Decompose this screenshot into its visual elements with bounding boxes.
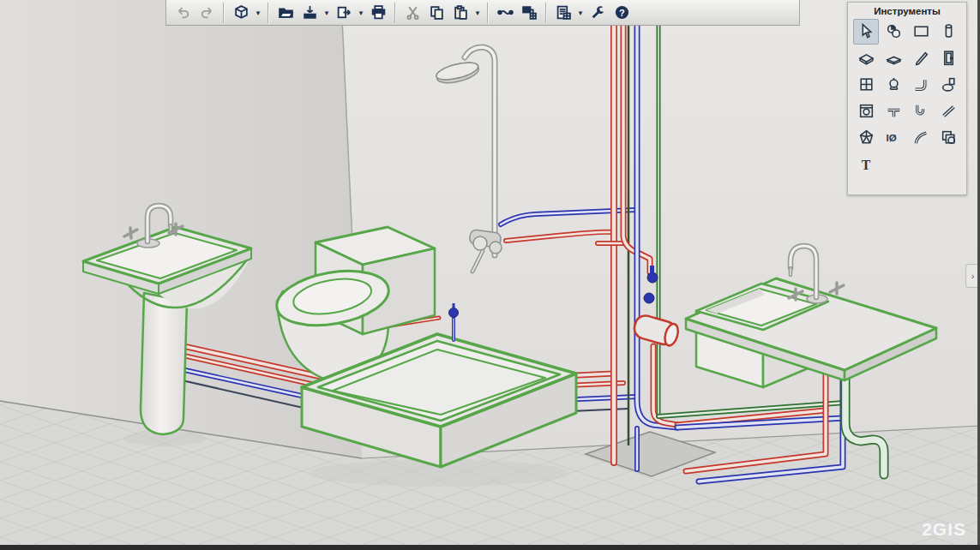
import-model-icon — [302, 4, 318, 21]
elbow-pipe-tool-icon — [912, 75, 930, 93]
elbow-pipe-tool[interactable] — [908, 72, 934, 98]
tools-panel: Инструменты IØT — [847, 2, 967, 195]
help-icon: ? — [614, 4, 630, 21]
polyhedron-tool-icon — [857, 129, 875, 146]
outliner-tag-icon — [521, 4, 538, 21]
text-tool[interactable]: T — [853, 152, 879, 177]
import-model-dropdown[interactable]: ▾ — [322, 9, 331, 17]
main-toolbar: ▾▾▾▾▾? — [165, 0, 800, 26]
print-icon — [370, 4, 387, 21]
svg-text:?: ? — [619, 8, 625, 18]
appliance-tool[interactable] — [853, 99, 879, 124]
cut-button[interactable] — [401, 2, 424, 24]
model-info-button[interactable] — [230, 2, 252, 24]
cylinder-tool-icon — [940, 22, 958, 40]
export-model-dropdown[interactable]: ▾ — [357, 9, 365, 17]
undo-button[interactable] — [171, 2, 194, 24]
pipe-segment-tool-icon — [940, 102, 958, 120]
pipe-segment-tool[interactable] — [935, 99, 961, 124]
polyhedron-tool[interactable] — [853, 125, 879, 151]
paste-dropdown[interactable]: ▾ — [473, 9, 482, 17]
window-tool[interactable] — [853, 72, 879, 98]
undo-icon — [175, 4, 191, 21]
trap-tool[interactable] — [908, 99, 934, 124]
watermark: 2GIS — [922, 519, 966, 540]
redo-button[interactable] — [195, 2, 218, 24]
tee-pipe-tool[interactable] — [881, 99, 906, 124]
open-folder-icon — [278, 4, 294, 21]
tools-panel-title: Инструменты — [848, 3, 966, 18]
toolbar-separator — [545, 3, 547, 23]
copy-sheet-tool-icon — [940, 129, 958, 146]
toolbar-separator — [223, 3, 225, 23]
tee-pipe-tool-icon — [885, 102, 903, 120]
cut-icon — [405, 4, 421, 21]
import-model-button[interactable] — [298, 2, 321, 24]
3d-viewport[interactable] — [0, 0, 980, 550]
pencil-tool-icon — [912, 49, 930, 67]
bottom-bar — [0, 545, 980, 550]
open-folder-button[interactable] — [274, 2, 297, 24]
select-tool-icon — [857, 22, 875, 40]
redo-icon — [199, 4, 215, 21]
slab-tool[interactable] — [853, 45, 879, 71]
door-tool[interactable] — [935, 45, 961, 71]
wrench-icon — [590, 4, 606, 21]
copy-icon — [429, 4, 445, 21]
outliner-tag-button[interactable] — [518, 2, 540, 24]
tool-grid: IØT — [848, 18, 966, 177]
help-button[interactable]: ? — [610, 2, 633, 24]
toolbar-separator — [394, 3, 396, 23]
rectangle-tool-icon — [912, 22, 930, 40]
export-model-icon — [336, 4, 352, 21]
door-tool-icon — [940, 49, 958, 67]
svg-text:IØ: IØ — [886, 133, 896, 143]
components-tool[interactable] — [881, 19, 906, 45]
wrench-button[interactable] — [586, 2, 609, 24]
sanitary-fixture-tool-icon — [940, 75, 958, 93]
select-tool[interactable] — [853, 19, 879, 45]
slab-tool-icon — [857, 49, 875, 67]
paste-icon — [453, 4, 469, 21]
report-icon — [556, 4, 572, 21]
sanitary-fixture-tool[interactable] — [935, 72, 961, 98]
panel-tool[interactable] — [881, 45, 906, 71]
paste-button[interactable] — [449, 2, 472, 24]
diameter-dimension-tool[interactable]: IØ — [881, 125, 906, 151]
window-tool-icon — [857, 75, 875, 93]
pencil-tool[interactable] — [908, 45, 934, 71]
spline-icon — [497, 4, 514, 21]
model-info-dropdown[interactable]: ▾ — [254, 9, 262, 17]
print-button[interactable] — [367, 2, 389, 24]
bend-pipe-tool-icon — [912, 129, 930, 146]
svg-text:T: T — [861, 158, 870, 172]
components-tool-icon — [885, 22, 903, 40]
appliance-tool-icon — [857, 102, 875, 120]
model-info-icon — [233, 4, 250, 21]
bend-pipe-tool[interactable] — [908, 125, 934, 151]
rectangle-tool[interactable] — [908, 19, 934, 45]
panel-tool-icon — [885, 49, 903, 67]
text-tool-icon: T — [857, 155, 875, 173]
report-button[interactable] — [552, 2, 574, 24]
pump-tool[interactable] — [881, 72, 906, 98]
export-model-button[interactable] — [333, 2, 355, 24]
trap-tool-icon — [912, 102, 930, 120]
toolbar-separator — [268, 3, 269, 23]
spline-button[interactable] — [494, 2, 516, 24]
copy-button[interactable] — [425, 2, 448, 24]
diameter-dimension-tool-icon: IØ — [885, 129, 903, 146]
report-dropdown[interactable]: ▾ — [576, 9, 585, 17]
cylinder-tool[interactable] — [935, 19, 961, 45]
pump-tool-icon — [885, 75, 903, 93]
toolbar-separator — [487, 3, 489, 23]
copy-sheet-tool[interactable] — [935, 125, 961, 151]
app-window: ▾▾▾▾▾? Инструменты IØT › 2GIS — [0, 0, 980, 550]
